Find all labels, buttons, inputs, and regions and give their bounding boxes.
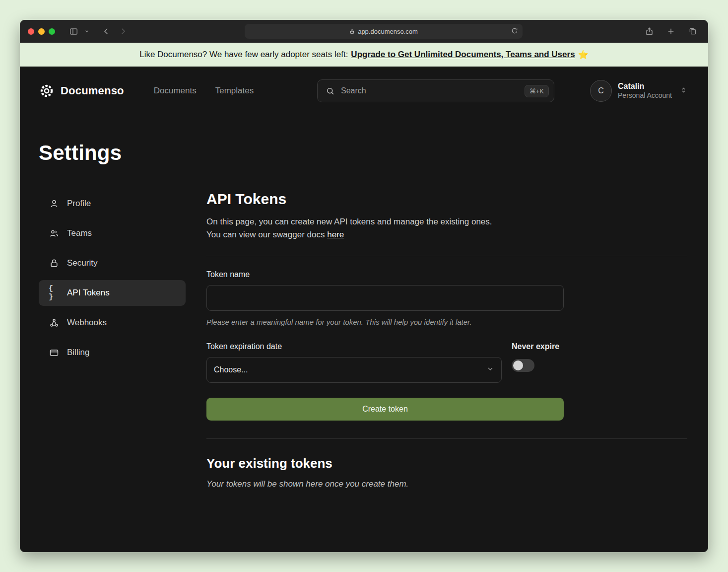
divider	[206, 438, 687, 439]
traffic-lights	[28, 28, 55, 35]
top-nav: Documents Templates	[154, 86, 254, 96]
token-name-help: Please enter a meaningful name for your …	[206, 318, 687, 326]
expiration-label: Token expiration date	[206, 342, 502, 351]
browser-window: app.documenso.com Like Documenso? We hav…	[20, 20, 708, 552]
token-name-label: Token name	[206, 270, 687, 279]
browser-toolbar: app.documenso.com	[20, 20, 708, 43]
account-type: Personal Account	[618, 91, 672, 100]
divider	[206, 256, 687, 256]
sidebar-item-label: Teams	[67, 228, 92, 238]
braces-icon: { }	[49, 285, 60, 301]
search-shortcut-badge: ⌘+K	[525, 85, 549, 97]
sidebar-item-label: Security	[67, 258, 97, 268]
main-content: Settings Profile Teams	[20, 115, 708, 489]
expiration-selected-value: Choose...	[214, 365, 248, 374]
brand-name: Documenso	[61, 84, 124, 97]
existing-tokens-title: Your existing tokens	[206, 456, 687, 471]
expiration-select[interactable]: Choose...	[206, 357, 502, 383]
user-icon	[49, 199, 60, 209]
swagger-docs-link[interactable]: here	[327, 230, 344, 239]
sidebar-item-label: Webhooks	[67, 318, 107, 328]
promo-banner: Like Documenso? We have few early adopte…	[20, 43, 708, 67]
never-expire-label: Never expire	[512, 342, 559, 351]
url-text: app.documenso.com	[358, 28, 418, 35]
sidebar-item-label: Billing	[67, 348, 89, 358]
app-header: Documenso Documents Templates Search ⌘+K…	[20, 67, 708, 115]
reload-icon[interactable]	[511, 27, 518, 36]
section-title: API Tokens	[206, 191, 687, 208]
forward-button[interactable]	[116, 24, 131, 38]
sidebar-item-security[interactable]: Security	[39, 250, 186, 276]
avatar-initial: C	[598, 86, 604, 95]
sidebar-item-profile[interactable]: Profile	[39, 191, 186, 216]
new-tab-icon[interactable]	[663, 24, 678, 38]
back-button[interactable]	[99, 24, 114, 38]
credit-card-icon	[49, 348, 60, 358]
description-line-2: You can view our swagger docs	[206, 230, 325, 239]
existing-tokens-empty-text: Your tokens will be shown here once you …	[206, 479, 687, 489]
close-window-button[interactable]	[28, 28, 34, 35]
webhook-icon	[49, 318, 60, 328]
token-name-input[interactable]	[206, 285, 564, 311]
minimize-window-button[interactable]	[38, 28, 45, 35]
never-expire-toggle[interactable]	[512, 359, 534, 372]
nav-documents[interactable]: Documents	[154, 86, 197, 96]
sidebar-item-api-tokens[interactable]: { } API Tokens	[39, 280, 186, 306]
page-title: Settings	[39, 141, 687, 165]
promo-text: Like Documenso? We have few early adopte…	[139, 50, 348, 60]
documenso-logo-icon	[39, 83, 55, 99]
settings-sidebar: Profile Teams Security	[39, 191, 186, 369]
chevrons-up-down-icon	[680, 86, 687, 96]
zoom-window-button[interactable]	[49, 28, 55, 35]
toggle-knob	[513, 360, 523, 370]
nav-templates[interactable]: Templates	[215, 86, 254, 96]
address-bar[interactable]: app.documenso.com	[245, 24, 523, 39]
sidebar-item-label: API Tokens	[67, 288, 110, 298]
search-icon	[326, 86, 335, 96]
section-description: On this page, you can create new API tok…	[206, 215, 687, 242]
brand[interactable]: Documenso	[39, 83, 124, 99]
tab-overview-icon[interactable]	[685, 24, 700, 38]
create-token-button[interactable]: Create token	[206, 398, 564, 421]
lock-icon	[349, 29, 355, 34]
star-emoji-icon: ⭐	[578, 50, 589, 60]
account-name: Catalin	[618, 81, 672, 91]
avatar: C	[590, 80, 612, 102]
share-icon[interactable]	[642, 24, 657, 38]
sidebar-item-label: Profile	[67, 199, 91, 209]
api-tokens-panel: API Tokens On this page, you can create …	[206, 191, 687, 489]
search-input[interactable]: Search ⌘+K	[317, 79, 554, 102]
sidebar-item-teams[interactable]: Teams	[39, 220, 186, 246]
chevron-down-icon	[486, 365, 494, 375]
lock-icon	[49, 258, 60, 268]
sidebar-toggle-icon[interactable]	[66, 24, 81, 38]
search-placeholder: Search	[341, 86, 519, 95]
sidebar-item-webhooks[interactable]: Webhooks	[39, 310, 186, 336]
users-icon	[49, 228, 60, 238]
sidebar-item-billing[interactable]: Billing	[39, 340, 186, 365]
account-menu[interactable]: C Catalin Personal Account	[590, 80, 687, 102]
upgrade-link[interactable]: Upgrade to Get Unlimited Documents, Team…	[351, 50, 575, 60]
sidebar-chevron-icon[interactable]	[83, 24, 91, 38]
app-root: Documenso Documents Templates Search ⌘+K…	[20, 67, 708, 552]
description-line-1: On this page, you can create new API tok…	[206, 217, 492, 226]
